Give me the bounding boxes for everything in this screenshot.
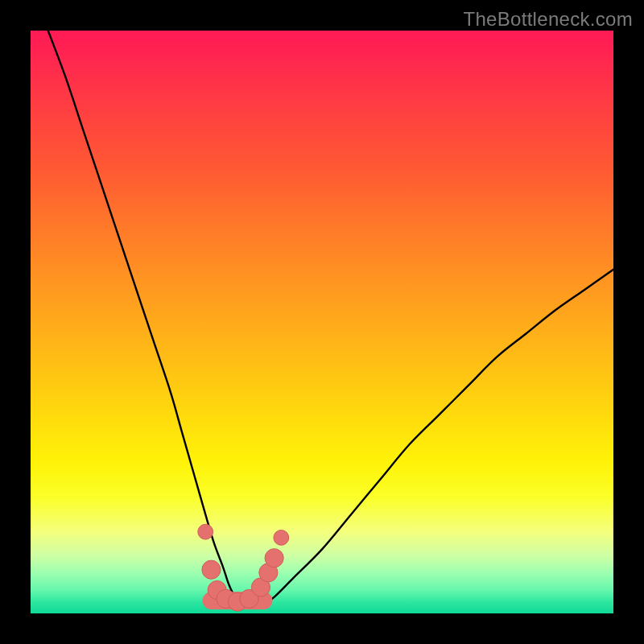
plot-area [31, 31, 613, 613]
chart-frame: TheBottleneck.com [0, 0, 644, 644]
bottleneck-curve [48, 31, 613, 608]
curve-marker [274, 530, 289, 545]
curve-marker [198, 524, 213, 539]
bottleneck-curve-svg [31, 31, 613, 613]
curve-marker [202, 560, 221, 579]
watermark-text: TheBottleneck.com [463, 8, 633, 31]
curve-marker [265, 549, 283, 568]
